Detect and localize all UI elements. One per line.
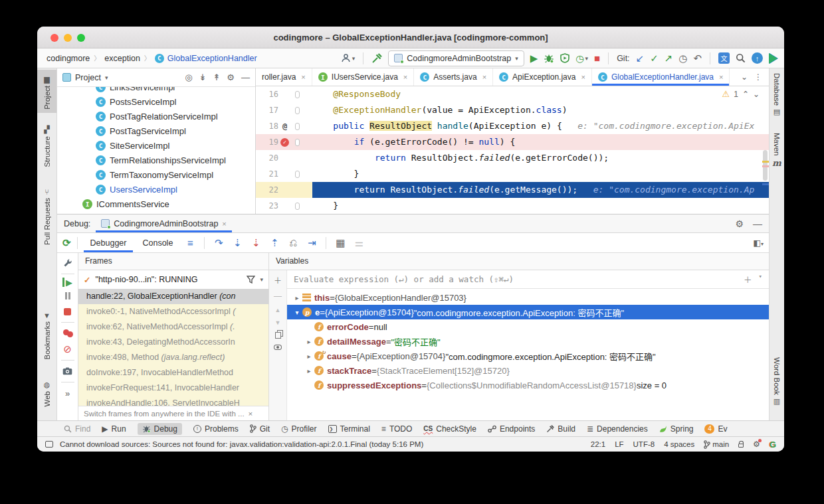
show-watches-eye-icon[interactable] <box>274 345 282 350</box>
close-tab-icon[interactable]: × <box>719 73 723 81</box>
layout-settings-icon[interactable]: ◧▾ <box>753 238 764 248</box>
evaluate-expression-input[interactable]: Evaluate expression (↵) or add a watch (… <box>287 270 769 289</box>
inspections-widget[interactable]: ⚠ 1 ⌃ ⌄ <box>722 89 760 99</box>
caret-position[interactable]: 22:1 <box>591 440 605 448</box>
breadcrumb-class[interactable]: GlobalExceptionHandler <box>167 54 257 63</box>
toolwindow-button-run[interactable]: ▶Run <box>102 424 126 434</box>
toolwindow-button-terminal[interactable]: ❯Terminal <box>328 424 370 434</box>
file-encoding[interactable]: UTF-8 <box>633 440 655 448</box>
tree-item-PostsServiceImpl[interactable]: CPostsServiceImpl <box>57 94 255 109</box>
hide-panel-icon[interactable]: — <box>241 72 250 82</box>
view-breakpoints-icon[interactable] <box>63 326 72 341</box>
close-window-button[interactable] <box>51 34 58 42</box>
chevron-down-icon[interactable]: ▾ <box>260 276 263 283</box>
run-to-cursor-icon[interactable]: ⇥ <box>304 237 320 249</box>
editor-tab-GlobalExceptionHandler.java[interactable]: CGlobalExceptionHandler.java× <box>592 68 730 86</box>
toolwindow-button-structure[interactable]: ▞Structure <box>37 120 56 171</box>
editor-tab-IUsersService.java[interactable]: IIUsersService.java× <box>312 68 414 86</box>
fold-region-marker[interactable] <box>291 198 303 214</box>
notifications-gear-icon[interactable]: ⚙ <box>753 440 760 449</box>
variable-row-stackTrace[interactable]: ▸fstackTrace = {StackTraceElement[152]@1… <box>287 363 769 378</box>
force-step-into-icon[interactable]: ⇣ <box>248 237 264 249</box>
plugin-icon[interactable] <box>769 53 777 64</box>
titlebar[interactable]: codingmore – GlobalExceptionHandler.java… <box>37 27 784 48</box>
tabs-overflow-chevron-icon[interactable]: ⌄ <box>741 72 748 82</box>
minimize-window-button[interactable] <box>64 34 72 42</box>
mute-breakpoints-icon[interactable]: ⊘ <box>63 342 72 357</box>
close-tab-icon[interactable]: × <box>301 73 305 81</box>
toolwindow-button-word-book[interactable]: Word Book▥ <box>770 354 784 411</box>
fold-region-marker[interactable] <box>291 182 303 198</box>
tree-item-PostTagServiceImpl[interactable]: CPostTagServiceImpl <box>57 124 255 138</box>
fold-region-marker[interactable] <box>291 118 303 134</box>
hide-panel-icon[interactable]: — <box>753 218 762 229</box>
toolwindow-button-maven[interactable]: Mavenm <box>770 129 784 173</box>
step-over-icon[interactable]: ↷ <box>211 237 227 249</box>
trace-settings-icon[interactable]: ⚌ <box>351 237 367 249</box>
code-editor[interactable]: ⚠ 1 ⌃ ⌄ 16 @ResponseBody17 @ExceptionHan… <box>256 86 769 214</box>
git-commit-icon[interactable]: ✓ <box>650 53 659 63</box>
toolwindow-button-endpoints[interactable]: Endpoints <box>488 424 535 434</box>
search-everywhere-icon[interactable] <box>736 53 746 63</box>
git-update-icon[interactable]: ↙ <box>636 53 645 63</box>
prev-warning-icon[interactable]: ⌃ <box>742 90 749 99</box>
zoom-window-button[interactable] <box>77 34 85 42</box>
expand-arrow-icon[interactable]: ▸ <box>292 294 302 301</box>
tree-item-TermTaxonomyServiceImpl[interactable]: CTermTaxonomyServiceImpl <box>57 167 255 182</box>
toolwindow-button-debug[interactable]: Debug <box>138 423 182 435</box>
breakpoint-icon[interactable]: ✓ <box>280 138 289 147</box>
editor-gutter[interactable]: 22 <box>256 182 312 198</box>
close-tab-icon[interactable]: × <box>482 73 486 81</box>
more-actions-icon[interactable]: » <box>65 386 70 400</box>
run-button[interactable]: ▶ <box>530 53 538 63</box>
tree-item-TermRelationshipsServiceImpl[interactable]: CTermRelationshipsServiceImpl <box>57 153 255 167</box>
editor-gutter[interactable]: 19✓ <box>256 134 312 150</box>
write-access-lock-icon[interactable] <box>738 444 744 448</box>
add-to-watches-icon[interactable]: ＋ <box>744 273 752 286</box>
duplicate-watch-icon[interactable] <box>275 332 281 339</box>
g-logo[interactable]: G <box>770 440 776 450</box>
expand-arrow-icon[interactable]: ▾ <box>292 309 302 316</box>
variable-row-detailMessage[interactable]: ▸fdetailMessage = "密码不正确" <box>287 334 769 349</box>
fold-region-marker[interactable] <box>291 102 303 118</box>
close-icon[interactable]: × <box>249 410 253 418</box>
close-tab-icon[interactable]: × <box>403 73 407 81</box>
close-tab-icon[interactable]: × <box>581 73 585 81</box>
variable-row-this[interactable]: ▸this = {GlobalExceptionHandler@15703} <box>287 290 769 305</box>
toolwindow-button-web[interactable]: ◍Web <box>37 375 56 410</box>
tree-item-UsersServiceImpl[interactable]: CUsersServiceImpl <box>57 182 255 197</box>
run-configuration-select[interactable]: CodingmoreAdminBootstrap ▾ <box>388 50 524 66</box>
collapse-all-icon[interactable]: ↟ <box>213 72 220 82</box>
filter-funnel-icon[interactable] <box>247 276 255 284</box>
toolwindow-button-find[interactable]: Find <box>64 424 90 434</box>
resume-program-icon[interactable]: ▶ <box>62 278 72 287</box>
editor-gutter[interactable]: 16 <box>256 86 312 102</box>
expand-arrow-icon[interactable]: ▸ <box>304 367 314 375</box>
tab-console[interactable]: Console <box>136 233 179 252</box>
toolwindow-toggle-icon[interactable] <box>45 441 53 448</box>
close-icon[interactable]: × <box>222 220 226 228</box>
stack-frame-row[interactable]: invoke0:-1, NativeMethodAccessorImpl ( <box>78 304 268 319</box>
editor-gutter[interactable]: 17 <box>256 102 312 118</box>
drop-frame-icon[interactable]: ⎌ <box>285 237 301 249</box>
rerun-icon[interactable]: ⟳ <box>62 237 71 249</box>
tree-item-ICommentsService[interactable]: IICommentsService <box>57 197 255 211</box>
expand-arrow-icon[interactable]: ▸ <box>304 338 314 345</box>
editor-gutter[interactable]: 23 <box>256 198 312 214</box>
profile-icon[interactable]: ▾ <box>341 53 356 63</box>
tab-debugger[interactable]: Debugger <box>84 233 134 252</box>
toolwindow-button-project[interactable]: ▆Project <box>37 70 56 113</box>
rollback-icon[interactable]: ↶ <box>693 53 702 63</box>
ide-update-icon[interactable]: ↑ <box>752 52 763 64</box>
toolwindow-button-checkstyle[interactable]: CSCheckStyle <box>423 424 476 434</box>
move-up-icon[interactable]: ▲ <box>275 307 281 313</box>
stop-process-icon[interactable] <box>64 304 71 319</box>
toolwindow-button-pull-requests[interactable]: ⑂Pull Requests <box>37 183 56 248</box>
tabs-menu-kebab-icon[interactable]: ⋮ <box>754 72 762 82</box>
editor-tab-ApiException.java[interactable]: CApiException.java× <box>493 68 592 86</box>
fold-region-marker[interactable] <box>291 86 303 102</box>
thread-selector[interactable]: ✓ "http-nio-90...in": RUNNING ▾ <box>78 270 268 289</box>
fold-region-marker[interactable] <box>291 166 303 182</box>
toolwindow-button-todo[interactable]: ≡TODO <box>381 424 412 434</box>
toolwindow-button-build[interactable]: Build <box>546 424 575 434</box>
